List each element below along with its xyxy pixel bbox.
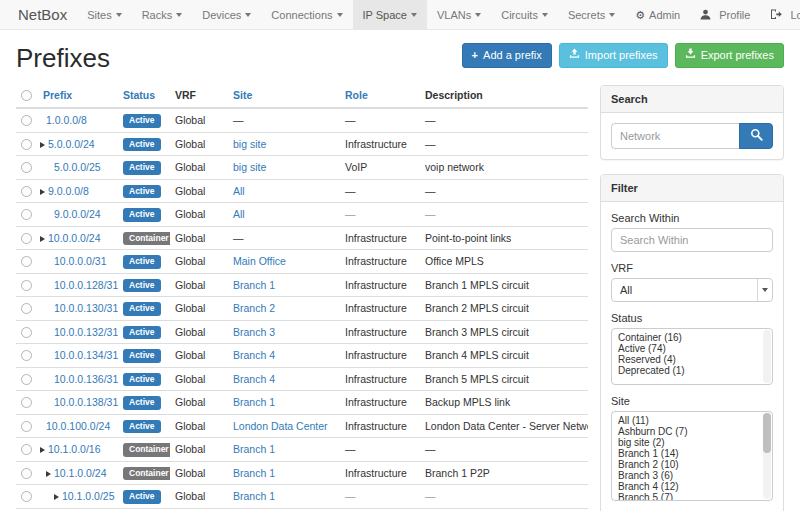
row-checkbox[interactable]	[21, 162, 32, 173]
empty-value: —	[425, 185, 436, 197]
prefix-link[interactable]: 10.1.0.0/24	[54, 467, 107, 479]
vrf-select[interactable]: All	[611, 278, 773, 302]
listbox-option[interactable]: Branch 5 (7)	[612, 492, 772, 501]
row-checkbox[interactable]	[21, 350, 32, 361]
empty-value: —	[233, 232, 244, 244]
listbox-option[interactable]: Container (16)	[612, 332, 772, 343]
row-checkbox[interactable]	[21, 421, 32, 432]
listbox-option[interactable]: Deprecated (1)	[612, 365, 772, 376]
prefix-link[interactable]: 10.0.100.0/24	[46, 420, 110, 432]
prefix-link[interactable]: 10.1.0.0/16	[48, 443, 101, 455]
column-header-role[interactable]: Role	[340, 85, 420, 108]
status-badge: Active	[123, 373, 161, 387]
row-checkbox[interactable]	[21, 115, 32, 126]
row-checkbox[interactable]	[21, 468, 32, 479]
listbox-option[interactable]: big site (2)	[612, 437, 772, 448]
nav-item-connections[interactable]: Connections	[261, 0, 352, 29]
site-link[interactable]: London Data Center	[233, 420, 328, 432]
nav-item-secrets[interactable]: Secrets	[558, 0, 625, 29]
prefix-link[interactable]: 10.0.0.132/31	[54, 326, 118, 338]
listbox-option[interactable]: Branch 2 (10)	[612, 459, 772, 470]
prefix-link[interactable]: 10.0.0.128/31	[54, 279, 118, 291]
nav-item-racks[interactable]: Racks	[132, 0, 193, 29]
add-prefix-button[interactable]: +Add a prefix	[462, 43, 552, 68]
listbox-option[interactable]: Active (74)	[612, 343, 772, 354]
scrollbar-thumb[interactable]	[763, 413, 771, 453]
prefix-link[interactable]: 10.0.0.130/31	[54, 302, 118, 314]
description-value: Branch 1 MPLS circuit	[425, 279, 529, 291]
row-checkbox[interactable]	[21, 303, 32, 314]
site-link[interactable]: All	[233, 208, 245, 220]
row-checkbox[interactable]	[21, 256, 32, 267]
prefix-link[interactable]: 5.0.0.0/25	[54, 161, 101, 173]
row-checkbox[interactable]	[21, 233, 32, 244]
site-link[interactable]: Branch 1	[233, 443, 275, 455]
prefix-link[interactable]: 10.0.0.136/31	[54, 373, 118, 385]
sidebar: Search Filter Search Within VRF All	[600, 85, 784, 511]
prefix-link[interactable]: 10.0.0.134/31	[54, 349, 118, 361]
prefix-link[interactable]: 10.1.0.0/25	[62, 490, 115, 502]
listbox-option[interactable]: All (11)	[612, 415, 772, 426]
row-checkbox[interactable]	[21, 280, 32, 291]
select-all-checkbox[interactable]	[21, 90, 32, 101]
site-link[interactable]: Branch 3	[233, 326, 275, 338]
site-link[interactable]: Branch 1	[233, 467, 275, 479]
nav-item-admin[interactable]: ⚙Admin	[625, 0, 690, 29]
prefix-link[interactable]: 1.0.0.0/8	[46, 114, 87, 126]
site-link[interactable]: All	[233, 185, 245, 197]
site-listbox[interactable]: All (11)Ashburn DC (7)big site (2)Branch…	[611, 411, 773, 501]
row-checkbox[interactable]	[21, 491, 32, 502]
nav-item-devices[interactable]: Devices	[192, 0, 261, 29]
import-prefixes-button[interactable]: Import prefixes	[559, 43, 668, 68]
table-row: 10.0.0.130/31ActiveGlobalBranch 2Infrast…	[16, 297, 588, 321]
site-link[interactable]: Branch 1	[233, 490, 275, 502]
column-header-status[interactable]: Status	[118, 85, 170, 108]
site-link[interactable]: big site	[233, 161, 266, 173]
caret-down-icon	[475, 13, 481, 17]
prefix-link[interactable]: 5.0.0.0/24	[48, 138, 95, 150]
brand-link[interactable]: NetBox	[8, 0, 77, 29]
site-link[interactable]: Branch 4	[233, 373, 275, 385]
listbox-option[interactable]: Branch 3 (6)	[612, 470, 772, 481]
export-prefixes-button[interactable]: Export prefixes	[675, 43, 784, 68]
listbox-option[interactable]: Branch 4 (12)	[612, 481, 772, 492]
site-link[interactable]: Branch 1	[233, 396, 275, 408]
listbox-option[interactable]: Branch 1 (14)	[612, 448, 772, 459]
search-panel: Search	[600, 85, 784, 160]
prefix-link[interactable]: 9.0.0.0/24	[54, 208, 101, 220]
column-header-prefix[interactable]: Prefix	[38, 85, 118, 108]
nav-item-ip-space[interactable]: IP Space	[353, 0, 427, 29]
row-checkbox[interactable]	[21, 444, 32, 455]
row-checkbox[interactable]	[21, 397, 32, 408]
nav-item-log-out[interactable]: Log out	[760, 0, 800, 29]
row-checkbox[interactable]	[21, 209, 32, 220]
row-checkbox[interactable]	[21, 374, 32, 385]
site-link[interactable]: big site	[233, 138, 266, 150]
site-link[interactable]: Branch 4	[233, 349, 275, 361]
prefix-link[interactable]: 10.0.0.0/31	[54, 255, 107, 267]
caret-down-icon	[609, 13, 615, 17]
listbox-option[interactable]: Ashburn DC (7)	[612, 426, 772, 437]
nav-item-profile[interactable]: Profile	[690, 0, 760, 29]
nav-item-vlans[interactable]: VLANs	[427, 0, 491, 29]
prefix-link[interactable]: 10.0.0.138/31	[54, 396, 118, 408]
site-link[interactable]: Branch 1	[233, 279, 275, 291]
nav-item-sites[interactable]: Sites	[77, 0, 131, 29]
search-input[interactable]	[611, 123, 740, 149]
status-listbox[interactable]: Container (16)Active (74)Reserved (4)Dep…	[611, 328, 773, 385]
prefix-link[interactable]: 10.0.0.0/24	[48, 232, 101, 244]
row-checkbox[interactable]	[21, 139, 32, 150]
row-checkbox[interactable]	[21, 186, 32, 197]
row-checkbox[interactable]	[21, 327, 32, 338]
prefix-link[interactable]: 9.0.0.0/8	[48, 185, 89, 197]
status-badge: Active	[123, 490, 161, 504]
site-link[interactable]: Branch 2	[233, 302, 275, 314]
search-panel-title: Search	[601, 86, 783, 113]
search-within-input[interactable]	[611, 228, 773, 252]
listbox-option[interactable]: Reserved (4)	[612, 354, 772, 365]
scrollbar-track[interactable]	[763, 330, 771, 383]
nav-item-circuits[interactable]: Circuits	[491, 0, 558, 29]
site-link[interactable]: Main Office	[233, 255, 286, 267]
search-button[interactable]	[739, 123, 773, 149]
column-header-site[interactable]: Site	[228, 85, 340, 108]
